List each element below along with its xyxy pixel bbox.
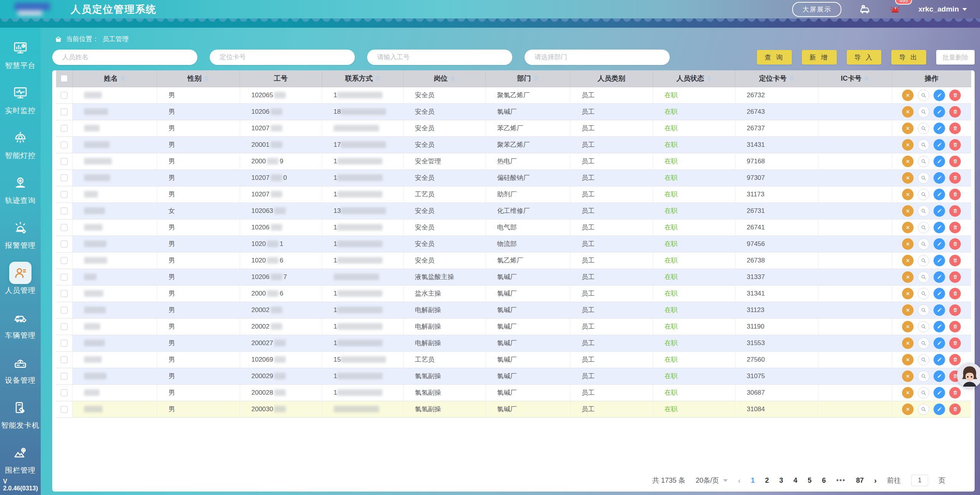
row-checkbox[interactable] <box>61 92 68 99</box>
search-button[interactable]: 查 询 <box>757 50 792 65</box>
delete-button delete-icon[interactable] <box>949 156 961 167</box>
sidebar-item-围栏管理[interactable]: 围栏管理 <box>0 442 41 475</box>
disable-button close-icon[interactable] <box>902 337 914 349</box>
sidebar-item-智能灯控[interactable]: 智能灯控 <box>0 127 41 161</box>
column-header-性别[interactable]: 性别 <box>157 70 240 87</box>
table-row[interactable]: 男 20009 1 安全管理 热电厂 员工 在职 97168 <box>56 153 971 169</box>
edit-button edit-icon[interactable] <box>934 288 945 299</box>
row-checkbox[interactable] <box>61 373 68 380</box>
table-row[interactable]: 男 200029 1 氯氢副操 氯碱厂 员工 在职 31075 <box>56 368 971 384</box>
page-number-5[interactable]: 5 <box>808 477 811 485</box>
view-button search-icon[interactable] <box>918 222 929 233</box>
disable-button close-icon[interactable] <box>902 106 914 118</box>
user-menu[interactable]: xrkc_admin <box>918 5 967 13</box>
disable-button close-icon[interactable] <box>902 370 914 382</box>
delete-button delete-icon[interactable] <box>949 304 961 316</box>
sidebar-item-报警管理[interactable]: 报警管理 <box>0 217 41 251</box>
view-button search-icon[interactable] <box>918 271 929 283</box>
locator-card-input[interactable] <box>210 50 355 65</box>
sort-icon[interactable] <box>707 75 712 81</box>
table-row[interactable]: 男 102065 1 安全员 聚氯乙烯厂 员工 在职 26732 <box>56 87 971 103</box>
view-button search-icon[interactable] <box>918 354 929 365</box>
goto-page-input[interactable] <box>911 475 928 486</box>
edit-button edit-icon[interactable] <box>934 205 945 217</box>
delete-button delete-icon[interactable] <box>949 238 961 250</box>
batch-delete-button[interactable]: 批量删除 <box>936 50 975 65</box>
edit-button edit-icon[interactable] <box>934 321 945 332</box>
import-button[interactable]: 导 入 <box>847 50 882 65</box>
delete-button delete-icon[interactable] <box>949 106 961 118</box>
edit-button edit-icon[interactable] <box>934 370 945 382</box>
edit-button edit-icon[interactable] <box>934 354 945 365</box>
edit-button edit-icon[interactable] <box>934 404 945 415</box>
column-header-姓名[interactable]: 姓名 <box>72 70 157 87</box>
column-header-人员状态[interactable]: 人员状态 <box>653 70 735 87</box>
row-checkbox[interactable] <box>61 356 68 363</box>
edit-button edit-icon[interactable] <box>934 106 945 118</box>
sort-icon[interactable] <box>790 75 794 81</box>
table-row[interactable]: 男 200027 1 电解副操 氯碱厂 员工 在职 31553 <box>56 335 971 351</box>
delete-button delete-icon[interactable] <box>949 139 961 151</box>
sidebar-item-实时监控[interactable]: 实时监控 <box>0 82 41 116</box>
next-page-button[interactable]: › <box>874 476 877 485</box>
person-name-input[interactable] <box>52 50 197 65</box>
row-checkbox[interactable] <box>61 224 68 231</box>
page-number-4[interactable]: 4 <box>793 477 797 485</box>
view-button search-icon[interactable] <box>918 337 929 349</box>
page-number-1[interactable]: 1 <box>751 477 755 485</box>
prev-page-button[interactable]: ‹ <box>738 476 741 485</box>
delete-button delete-icon[interactable] <box>949 387 961 399</box>
row-checkbox[interactable] <box>61 208 68 214</box>
column-header-岗位[interactable]: 岗位 <box>403 70 485 87</box>
disable-button close-icon[interactable] <box>902 387 914 399</box>
disable-button close-icon[interactable] <box>902 255 914 266</box>
disable-button close-icon[interactable] <box>902 90 914 101</box>
sidebar-item-轨迹查询[interactable]: 轨迹查询 <box>0 172 41 206</box>
view-button search-icon[interactable] <box>918 321 929 332</box>
table-row[interactable]: 男 10206 1 安全员 电气部 员工 在职 26741 <box>56 219 971 236</box>
edit-button edit-icon[interactable] <box>934 90 945 101</box>
view-button search-icon[interactable] <box>918 172 929 184</box>
view-button search-icon[interactable] <box>918 288 929 299</box>
disable-button close-icon[interactable] <box>902 238 914 250</box>
edit-button edit-icon[interactable] <box>934 337 945 349</box>
edit-button edit-icon[interactable] <box>934 139 945 151</box>
table-row[interactable]: 男 200028 1 氯氢副操 氯碱厂 员工 在职 30687 <box>56 384 971 401</box>
sidebar-item-人员管理[interactable]: 人员管理 <box>0 262 41 296</box>
sort-icon[interactable] <box>204 75 209 81</box>
delete-button delete-icon[interactable] <box>949 404 961 415</box>
view-button search-icon[interactable] <box>918 404 929 415</box>
view-button search-icon[interactable] <box>918 370 929 382</box>
page-number-6[interactable]: 6 <box>822 477 826 485</box>
view-button search-icon[interactable] <box>918 123 929 134</box>
disable-button close-icon[interactable] <box>902 271 914 283</box>
row-checkbox[interactable] <box>61 108 68 115</box>
view-button search-icon[interactable] <box>918 156 929 167</box>
edit-button edit-icon[interactable] <box>934 189 945 200</box>
row-checkbox[interactable] <box>61 389 68 396</box>
view-button search-icon[interactable] <box>918 106 929 118</box>
delete-button delete-icon[interactable] <box>949 123 961 134</box>
table-row[interactable]: 男 20001 17 安全员 聚苯乙烯厂 员工 在职 31431 <box>56 136 971 153</box>
disable-button close-icon[interactable] <box>902 172 914 184</box>
table-row[interactable]: 女 102063 13 安全员 化工维修厂 员工 在职 26731 <box>56 203 971 219</box>
sort-icon[interactable] <box>450 75 455 81</box>
big-screen-button[interactable]: 大屏展示 <box>792 2 841 17</box>
disable-button close-icon[interactable] <box>902 139 914 151</box>
table-row[interactable]: 男 20006 1 盐水主操 氯碱厂 员工 在职 31341 <box>56 285 971 302</box>
edit-button edit-icon[interactable] <box>934 156 945 167</box>
assistant-avatar[interactable] <box>957 363 980 388</box>
table-row[interactable]: 男 10207 安全员 苯乙烯厂 员工 在职 26737 <box>56 120 971 136</box>
table-row[interactable]: 男 10207 1 工艺员 助剂厂 员工 在职 31173 <box>56 186 971 203</box>
disable-button close-icon[interactable] <box>902 304 914 316</box>
view-button search-icon[interactable] <box>918 238 929 250</box>
delete-button delete-icon[interactable] <box>949 354 961 365</box>
sidebar-item-车辆管理[interactable]: 车辆管理 <box>0 307 41 341</box>
page-number-3[interactable]: 3 <box>779 477 783 485</box>
select-all-checkbox[interactable] <box>61 75 68 82</box>
column-header-定位卡号[interactable]: 定位卡号 <box>735 70 818 87</box>
disable-button close-icon[interactable] <box>902 123 914 134</box>
table-row[interactable]: 男 102069 15 工艺员 氯碱厂 员工 在职 27560 <box>56 351 971 368</box>
per-page-select[interactable]: 20条/页 <box>696 476 728 485</box>
edit-button edit-icon[interactable] <box>934 271 945 283</box>
